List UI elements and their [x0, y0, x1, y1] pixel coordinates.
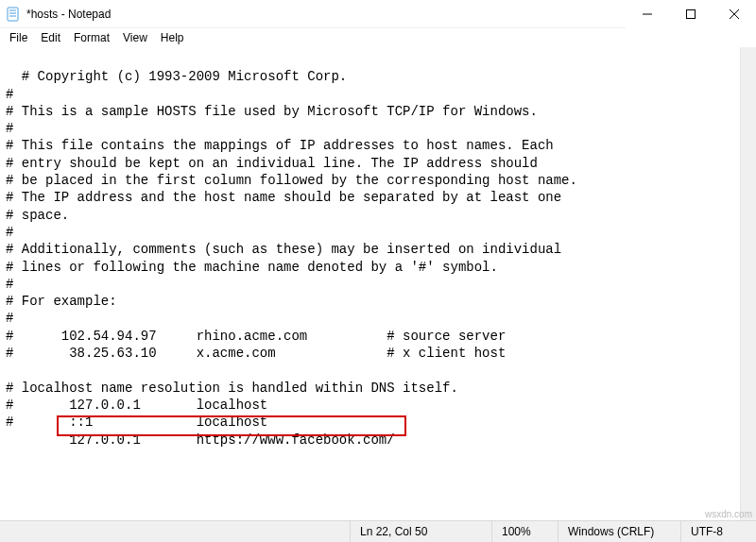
statusbar: Ln 22, Col 50 100% Windows (CRLF) UTF-8	[0, 520, 756, 542]
titlebar[interactable]: *hosts - Notepad	[0, 0, 756, 28]
svg-rect-0	[8, 8, 18, 21]
window-controls	[626, 0, 756, 28]
status-position: Ln 22, Col 50	[350, 521, 491, 542]
menu-format[interactable]: Format	[68, 29, 115, 46]
vertical-scrollbar[interactable]	[740, 47, 756, 520]
status-lineending: Windows (CRLF)	[558, 521, 680, 542]
svg-rect-5	[687, 9, 696, 18]
text-editor[interactable]: # Copyright (c) 1993-2009 Microsoft Corp…	[0, 47, 756, 519]
maximize-button[interactable]	[669, 0, 713, 28]
close-button[interactable]	[713, 0, 756, 28]
menu-edit[interactable]: Edit	[35, 29, 66, 46]
menu-file[interactable]: File	[4, 29, 33, 46]
editor-content: # Copyright (c) 1993-2009 Microsoft Corp…	[6, 69, 577, 447]
menu-view[interactable]: View	[117, 29, 153, 46]
status-zoom: 100%	[491, 521, 558, 542]
notepad-icon	[6, 7, 21, 22]
menubar: File Edit Format View Help	[0, 28, 756, 47]
window-title: *hosts - Notepad	[26, 8, 626, 21]
status-encoding: UTF-8	[680, 521, 756, 542]
watermark: wsxdn.com	[705, 509, 752, 519]
menu-help[interactable]: Help	[155, 29, 190, 46]
minimize-button[interactable]	[626, 0, 669, 28]
